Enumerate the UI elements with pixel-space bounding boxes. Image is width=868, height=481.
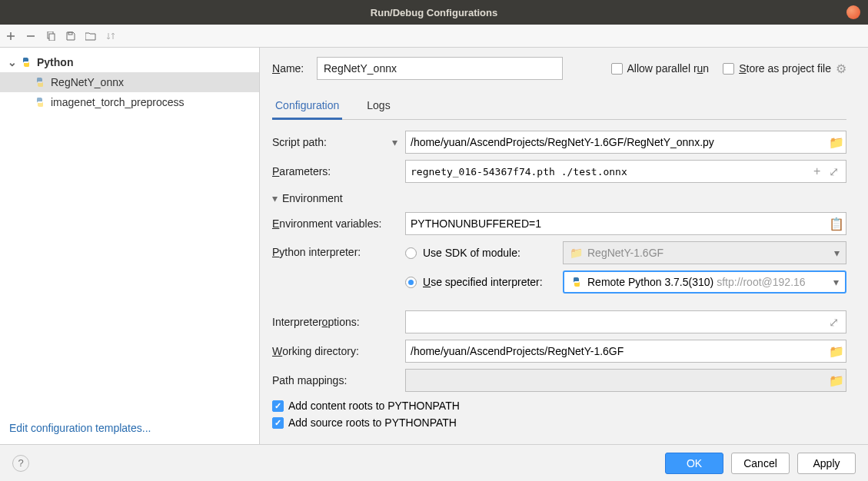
path-map-label: Path mappings: xyxy=(272,374,405,386)
python-icon xyxy=(34,76,46,88)
folder-icon[interactable] xyxy=(85,30,97,42)
chevron-down-icon: ▾ xyxy=(272,192,278,204)
edit-templates-link[interactable]: Edit configuration templates... xyxy=(9,422,151,434)
config-tree: ⌄ Python RegNetY_onnx imagenet_torch_pre… xyxy=(0,48,259,412)
sdk-module-label: Use SDK of module: xyxy=(423,247,520,259)
content-panel: Name: Allow parallel run Store as projec… xyxy=(260,48,868,444)
copy-icon[interactable] xyxy=(45,30,57,42)
apply-button[interactable]: Apply xyxy=(797,453,856,474)
spec-interpreter-radio[interactable] xyxy=(405,277,417,288)
script-path-label: Script path: ▾ xyxy=(272,136,405,148)
interp-opts-input[interactable] xyxy=(411,316,826,328)
tree-root-label: Python xyxy=(37,56,73,68)
python-icon xyxy=(34,96,46,108)
add-source-roots-checkbox[interactable] xyxy=(272,417,284,429)
script-path-input[interactable] xyxy=(411,136,826,148)
svg-rect-2 xyxy=(68,32,72,35)
sidebar: ⌄ Python RegNetY_onnx imagenet_torch_pre… xyxy=(0,48,260,444)
window-title: Run/Debug Configurations xyxy=(371,7,497,18)
name-label: Name: xyxy=(272,62,317,75)
tab-configuration[interactable]: Configuration xyxy=(272,93,342,120)
parameters-label: Parameters: xyxy=(272,165,405,177)
gear-icon[interactable]: ⚙ xyxy=(836,61,846,76)
store-project-checkbox[interactable] xyxy=(723,63,734,75)
interpreter-label: Python interpreter: xyxy=(272,241,405,258)
tree-item-0[interactable]: RegNetY_onnx xyxy=(0,72,259,92)
add-source-roots-label: Add source roots to PYTHONPATH xyxy=(288,416,457,429)
env-section-header[interactable]: ▾ Environment xyxy=(272,192,846,204)
chevron-down-icon[interactable]: ▾ xyxy=(392,136,397,148)
work-dir-input[interactable] xyxy=(411,345,826,357)
allow-parallel-label: Allow parallel run xyxy=(627,62,710,75)
work-dir-label: Working directory: xyxy=(272,345,405,357)
ok-button[interactable]: OK xyxy=(665,453,723,474)
name-input[interactable] xyxy=(317,57,563,80)
add-content-roots-checkbox[interactable] xyxy=(272,400,284,412)
parameters-input[interactable] xyxy=(411,166,810,177)
expand-icon[interactable]: ⤢ xyxy=(829,164,841,179)
help-icon[interactable]: ? xyxy=(12,455,29,472)
tree-item-label: RegNetY_onnx xyxy=(51,76,124,88)
folder-icon[interactable]: 📁 xyxy=(829,344,841,359)
tree-item-1[interactable]: imagenet_torch_preprocess xyxy=(0,92,259,112)
sdk-module-radio[interactable] xyxy=(405,247,417,259)
svg-rect-1 xyxy=(49,34,55,41)
env-vars-label: Environment variables: xyxy=(272,217,405,230)
store-project-label: Store as project file xyxy=(739,62,831,75)
list-icon[interactable]: 📋 xyxy=(829,217,841,231)
path-map-input xyxy=(411,374,826,386)
cancel-button[interactable]: Cancel xyxy=(731,453,790,474)
close-icon[interactable] xyxy=(846,5,860,19)
env-vars-input[interactable] xyxy=(411,217,826,230)
folder-icon[interactable]: 📁 xyxy=(829,135,841,150)
footer: ? OK Cancel Apply xyxy=(0,444,868,481)
expand-icon[interactable]: ⤢ xyxy=(829,315,841,330)
allow-parallel-checkbox[interactable] xyxy=(611,63,623,75)
folder-icon[interactable]: 📁 xyxy=(829,373,841,388)
folder-icon: 📁 xyxy=(570,247,583,259)
remove-icon[interactable] xyxy=(25,30,37,42)
add-content-roots-label: Add content roots to PYTHONPATH xyxy=(288,400,460,412)
python-icon xyxy=(570,276,583,288)
chevron-down-icon: ▾ xyxy=(834,247,840,259)
interp-opts-label: Interpreter options: xyxy=(272,316,405,328)
tab-logs[interactable]: Logs xyxy=(364,93,393,120)
tabs: Configuration Logs xyxy=(272,92,846,120)
spec-interpreter-label: Use specified interpreter: xyxy=(423,276,543,288)
titlebar: Run/Debug Configurations xyxy=(0,0,868,25)
tree-item-label: imagenet_torch_preprocess xyxy=(51,96,185,108)
add-icon[interactable] xyxy=(5,30,17,42)
sort-icon[interactable] xyxy=(105,30,117,42)
save-icon[interactable] xyxy=(65,30,77,42)
chevron-down-icon[interactable]: ⌄ xyxy=(8,56,17,68)
python-icon xyxy=(20,56,32,68)
spec-interpreter-combo[interactable]: Remote Python 3.7.5(310) sftp://root@192… xyxy=(563,270,846,294)
sdk-module-combo: 📁 RegNetY-1.6GF ▾ xyxy=(563,241,846,264)
chevron-down-icon: ▾ xyxy=(833,276,839,288)
tree-root-python[interactable]: ⌄ Python xyxy=(0,52,259,72)
plus-icon[interactable]: + xyxy=(813,164,826,178)
toolbar xyxy=(0,25,868,48)
